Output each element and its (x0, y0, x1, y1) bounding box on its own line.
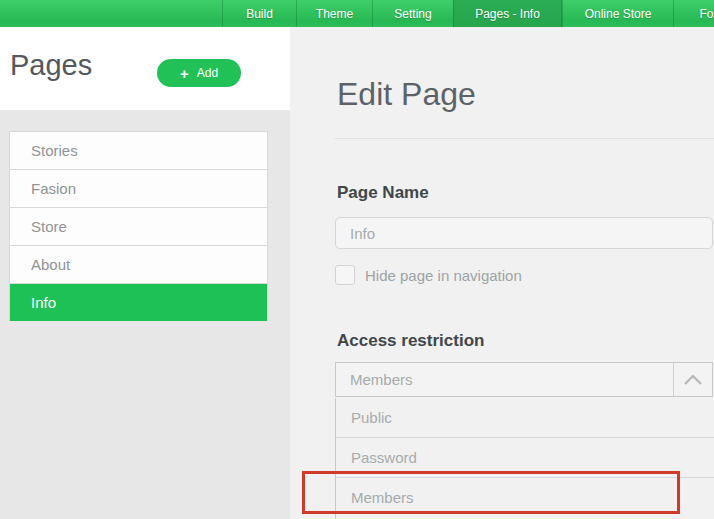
sidebar-item-fasion[interactable]: Fasion (10, 170, 267, 208)
navbar-spacer (0, 0, 222, 27)
tab-pages-info[interactable]: Pages - Info (453, 0, 562, 27)
access-restriction-select[interactable]: Members (335, 362, 713, 397)
tab-form[interactable]: Form (673, 0, 714, 27)
add-button-label: Add (197, 66, 218, 80)
sidebar-title: Pages (10, 49, 92, 82)
sidebar-item-info[interactable]: Info (10, 284, 267, 321)
access-option-list: Public Password Members (335, 398, 714, 519)
select-value: Members (336, 371, 673, 388)
option-password[interactable]: Password (336, 438, 714, 478)
page-name-input[interactable] (335, 217, 713, 249)
page-title: Edit Page (337, 76, 476, 113)
hide-page-checkbox[interactable] (335, 265, 355, 285)
option-members[interactable]: Members (336, 478, 714, 519)
sidebar-item-about[interactable]: About (10, 246, 267, 284)
sidebar: Stories Fasion Store About Info (0, 110, 290, 519)
hide-page-row: Hide page in navigation (335, 265, 522, 285)
chevron-up-icon (683, 374, 703, 386)
tab-build[interactable]: Build (222, 0, 296, 27)
page-name-label: Page Name (337, 183, 429, 203)
sidebar-item-stories[interactable]: Stories (10, 132, 267, 170)
title-divider (335, 138, 714, 139)
sidebar-header: Pages + Add (0, 27, 290, 110)
tab-online-store[interactable]: Online Store (562, 0, 673, 27)
access-restriction-label: Access restriction (337, 331, 484, 351)
plus-icon: + (180, 66, 189, 81)
main-panel: Edit Page Page Name Hide page in navigat… (290, 27, 714, 519)
sidebar-item-store[interactable]: Store (10, 208, 267, 246)
option-public[interactable]: Public (336, 398, 714, 438)
tab-theme[interactable]: Theme (296, 0, 372, 27)
tab-setting[interactable]: Setting (372, 0, 453, 27)
top-navbar: Build Theme Setting Pages - Info Online … (0, 0, 714, 27)
hide-page-label: Hide page in navigation (365, 267, 522, 284)
select-arrow-button[interactable] (673, 363, 712, 396)
page-list: Stories Fasion Store About Info (9, 131, 268, 321)
add-page-button[interactable]: + Add (157, 59, 241, 87)
